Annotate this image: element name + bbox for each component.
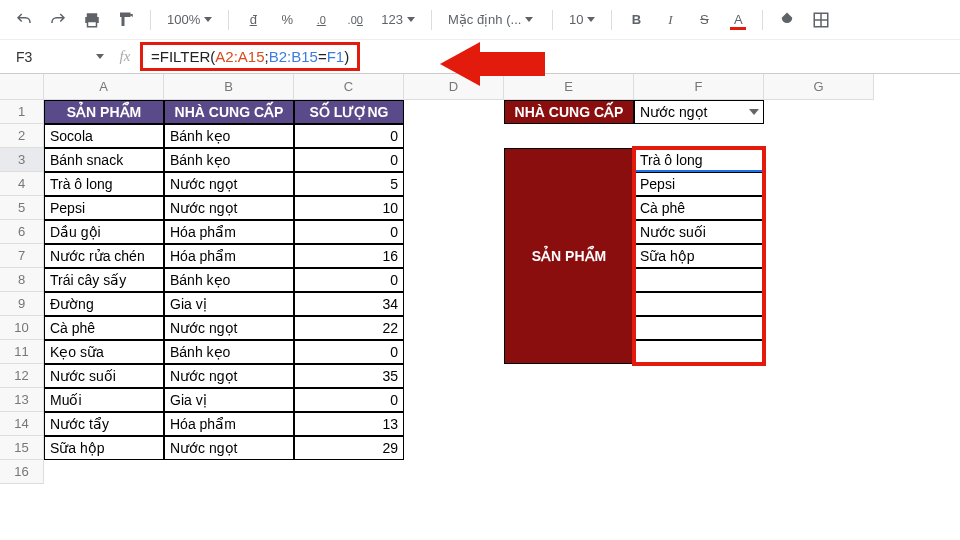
result-cell[interactable]: Cà phê	[634, 196, 764, 220]
cell-supplier[interactable]: Gia vị	[164, 388, 294, 412]
cell-supplier[interactable]: Nước ngọt	[164, 364, 294, 388]
cell-product[interactable]: Dầu gội	[44, 220, 164, 244]
row-header-4[interactable]: 4	[0, 172, 44, 196]
header-supplier: NHÀ CUNG CẤP	[164, 100, 294, 124]
result-cell[interactable]	[634, 316, 764, 340]
col-header-g[interactable]: G	[764, 74, 874, 100]
formula-input[interactable]: =FILTER(A2:A15;B2:B15=F1)	[140, 42, 360, 71]
row-header-11[interactable]: 11	[0, 340, 44, 364]
filter-dropdown[interactable]: Nước ngọt	[634, 100, 764, 124]
col-header-c[interactable]: C	[294, 74, 404, 100]
select-all-corner[interactable]	[0, 74, 44, 100]
cell-supplier[interactable]: Gia vị	[164, 292, 294, 316]
bold-button[interactable]: B	[622, 6, 650, 34]
row-header-15[interactable]: 15	[0, 436, 44, 460]
cell-quantity[interactable]: 0	[294, 340, 404, 364]
cell-quantity[interactable]: 10	[294, 196, 404, 220]
cell-quantity[interactable]: 29	[294, 436, 404, 460]
cell-quantity[interactable]: 22	[294, 316, 404, 340]
cell-product[interactable]: Nước suối	[44, 364, 164, 388]
result-cell[interactable]: Pepsi	[634, 172, 764, 196]
col-header-f[interactable]: F	[634, 74, 764, 100]
cell-product[interactable]: Nước tẩy	[44, 412, 164, 436]
name-box[interactable]: F3	[10, 45, 90, 69]
col-header-b[interactable]: B	[164, 74, 294, 100]
cell-quantity[interactable]: 5	[294, 172, 404, 196]
cell-quantity[interactable]: 0	[294, 124, 404, 148]
cell-product[interactable]: Nước rửa chén	[44, 244, 164, 268]
cell-product[interactable]: Sữa hộp	[44, 436, 164, 460]
chevron-down-icon	[587, 17, 595, 22]
cell-supplier[interactable]: Nước ngọt	[164, 436, 294, 460]
cell-product[interactable]: Bánh snack	[44, 148, 164, 172]
result-cell[interactable]	[634, 340, 764, 364]
cell-quantity[interactable]: 0	[294, 220, 404, 244]
result-cell[interactable]	[634, 268, 764, 292]
header-product: SẢN PHẨM	[44, 100, 164, 124]
cell-supplier[interactable]: Hóa phẩm	[164, 244, 294, 268]
result-cell[interactable]: Sữa hộp	[634, 244, 764, 268]
cell-supplier[interactable]: Nước ngọt	[164, 316, 294, 340]
italic-button[interactable]: I	[656, 6, 684, 34]
cell-product[interactable]: Cà phê	[44, 316, 164, 340]
format-dropdown[interactable]: 123	[375, 12, 421, 27]
cell-product[interactable]: Trà ô long	[44, 172, 164, 196]
redo-button[interactable]	[44, 6, 72, 34]
paint-format-button[interactable]	[112, 6, 140, 34]
row-header-5[interactable]: 5	[0, 196, 44, 220]
text-color-button[interactable]: A	[724, 6, 752, 34]
print-button[interactable]	[78, 6, 106, 34]
col-header-a[interactable]: A	[44, 74, 164, 100]
cell-quantity[interactable]: 34	[294, 292, 404, 316]
cell-supplier[interactable]: Hóa phẩm	[164, 220, 294, 244]
cell-supplier[interactable]: Bánh kẹo	[164, 148, 294, 172]
row-header-3[interactable]: 3	[0, 148, 44, 172]
annotation-arrow	[440, 42, 545, 86]
row-header-14[interactable]: 14	[0, 412, 44, 436]
cell-quantity[interactable]: 0	[294, 148, 404, 172]
cell-supplier[interactable]: Bánh kẹo	[164, 124, 294, 148]
row-header-10[interactable]: 10	[0, 316, 44, 340]
row-header-2[interactable]: 2	[0, 124, 44, 148]
decrease-decimal-button[interactable]: .0	[307, 6, 335, 34]
font-dropdown[interactable]: Mặc định (...	[442, 12, 542, 27]
currency-button[interactable]: đ	[239, 6, 267, 34]
result-cell[interactable]	[634, 292, 764, 316]
cell-quantity[interactable]: 13	[294, 412, 404, 436]
undo-button[interactable]	[10, 6, 38, 34]
row-header-1[interactable]: 1	[0, 100, 44, 124]
font-size-dropdown[interactable]: 10	[563, 12, 601, 27]
row-header-12[interactable]: 12	[0, 364, 44, 388]
result-cell[interactable]: Trà ô long	[634, 148, 764, 172]
filter-header: NHÀ CUNG CẤP	[504, 100, 634, 124]
percent-button[interactable]: %	[273, 6, 301, 34]
cell-product[interactable]: Socola	[44, 124, 164, 148]
row-header-16[interactable]: 16	[0, 460, 44, 484]
row-header-9[interactable]: 9	[0, 292, 44, 316]
cell-supplier[interactable]: Nước ngọt	[164, 172, 294, 196]
cell-product[interactable]: Muối	[44, 388, 164, 412]
row-header-13[interactable]: 13	[0, 388, 44, 412]
result-cell[interactable]: Nước suối	[634, 220, 764, 244]
row-header-7[interactable]: 7	[0, 244, 44, 268]
increase-decimal-button[interactable]: .00	[341, 6, 369, 34]
cell-product[interactable]: Kẹo sữa	[44, 340, 164, 364]
row-header-6[interactable]: 6	[0, 220, 44, 244]
fill-color-button[interactable]	[773, 6, 801, 34]
strikethrough-button[interactable]: S	[690, 6, 718, 34]
cell-quantity[interactable]: 16	[294, 244, 404, 268]
cell-product[interactable]: Trái cây sấy	[44, 268, 164, 292]
zoom-dropdown[interactable]: 100%	[161, 12, 218, 27]
borders-button[interactable]	[807, 6, 835, 34]
cell-product[interactable]: Pepsi	[44, 196, 164, 220]
cell-product[interactable]: Đường	[44, 292, 164, 316]
row-header-8[interactable]: 8	[0, 268, 44, 292]
cell-supplier[interactable]: Bánh kẹo	[164, 340, 294, 364]
cell-supplier[interactable]: Hóa phẩm	[164, 412, 294, 436]
cell-supplier[interactable]: Nước ngọt	[164, 196, 294, 220]
chevron-down-icon	[525, 17, 533, 22]
cell-quantity[interactable]: 0	[294, 388, 404, 412]
cell-quantity[interactable]: 35	[294, 364, 404, 388]
cell-quantity[interactable]: 0	[294, 268, 404, 292]
cell-supplier[interactable]: Bánh kẹo	[164, 268, 294, 292]
